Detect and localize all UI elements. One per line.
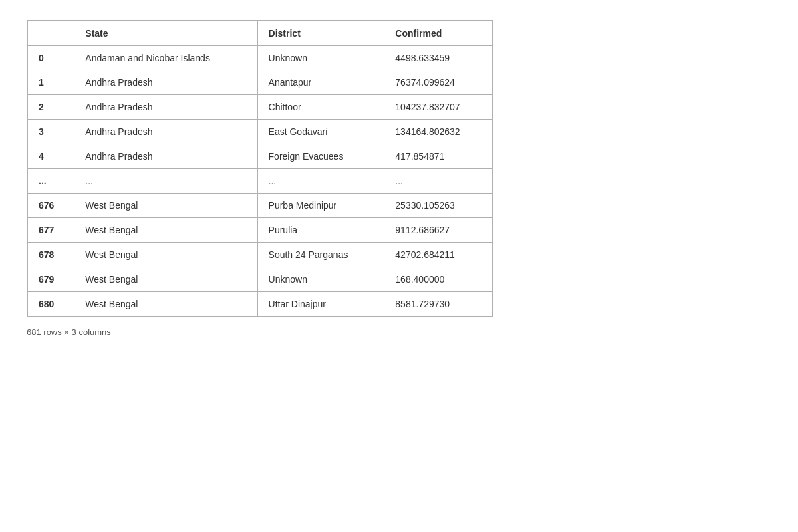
table-row: 4Andhra PradeshForeign Evacuees417.85487… [28, 144, 493, 169]
cell-confirmed: 42702.684211 [384, 243, 493, 267]
cell-confirmed: 9112.686627 [384, 218, 493, 243]
table-row: 678West BengalSouth 24 Parganas42702.684… [28, 243, 493, 267]
table-header-row: State District Confirmed [28, 21, 493, 46]
cell-state: West Bengal [74, 218, 257, 243]
cell-state: West Bengal [74, 292, 257, 317]
table-row: ............ [28, 169, 493, 194]
cell-index: 680 [28, 292, 74, 317]
table-footer: 681 rows × 3 columns [27, 327, 771, 337]
table-row: 2Andhra PradeshChittoor104237.832707 [28, 95, 493, 120]
cell-index: ... [28, 169, 74, 194]
table-row: 0Andaman and Nicobar IslandsUnknown4498.… [28, 46, 493, 70]
cell-confirmed: 134164.802632 [384, 120, 493, 144]
table-row: 3Andhra PradeshEast Godavari134164.80263… [28, 120, 493, 144]
cell-confirmed: 168.400000 [384, 267, 493, 292]
cell-state: West Bengal [74, 194, 257, 218]
cell-confirmed: 104237.832707 [384, 95, 493, 120]
cell-district: Unknown [257, 46, 384, 70]
col-header-state: State [74, 21, 257, 46]
table-row: 1Andhra PradeshAnantapur76374.099624 [28, 70, 493, 95]
cell-district: Anantapur [257, 70, 384, 95]
cell-district: ... [257, 169, 384, 194]
cell-district: Purulia [257, 218, 384, 243]
cell-state: Andhra Pradesh [74, 144, 257, 169]
cell-index: 0 [28, 46, 74, 70]
cell-confirmed: 8581.729730 [384, 292, 493, 317]
col-header-district: District [257, 21, 384, 46]
cell-index: 3 [28, 120, 74, 144]
cell-district: Purba Medinipur [257, 194, 384, 218]
cell-index: 1 [28, 70, 74, 95]
col-header-index [28, 21, 74, 46]
table-row: 680West BengalUttar Dinajpur8581.729730 [28, 292, 493, 317]
cell-confirmed: 25330.105263 [384, 194, 493, 218]
cell-confirmed: 417.854871 [384, 144, 493, 169]
cell-district: Chittoor [257, 95, 384, 120]
cell-district: South 24 Parganas [257, 243, 384, 267]
cell-index: 2 [28, 95, 74, 120]
cell-state: Andaman and Nicobar Islands [74, 46, 257, 70]
cell-state: Andhra Pradesh [74, 95, 257, 120]
data-table: State District Confirmed 0Andaman and Ni… [27, 20, 493, 317]
cell-index: 677 [28, 218, 74, 243]
cell-confirmed: 76374.099624 [384, 70, 493, 95]
cell-index: 676 [28, 194, 74, 218]
cell-index: 679 [28, 267, 74, 292]
cell-state: West Bengal [74, 267, 257, 292]
cell-confirmed: ... [384, 169, 493, 194]
cell-state: West Bengal [74, 243, 257, 267]
cell-state: Andhra Pradesh [74, 70, 257, 95]
table-row: 677West BengalPurulia9112.686627 [28, 218, 493, 243]
cell-district: Foreign Evacuees [257, 144, 384, 169]
col-header-confirmed: Confirmed [384, 21, 493, 46]
table-row: 679West BengalUnknown168.400000 [28, 267, 493, 292]
cell-index: 4 [28, 144, 74, 169]
table-row: 676West BengalPurba Medinipur25330.10526… [28, 194, 493, 218]
cell-confirmed: 4498.633459 [384, 46, 493, 70]
cell-state: ... [74, 169, 257, 194]
cell-district: Unknown [257, 267, 384, 292]
cell-district: East Godavari [257, 120, 384, 144]
cell-state: Andhra Pradesh [74, 120, 257, 144]
cell-index: 678 [28, 243, 74, 267]
cell-district: Uttar Dinajpur [257, 292, 384, 317]
